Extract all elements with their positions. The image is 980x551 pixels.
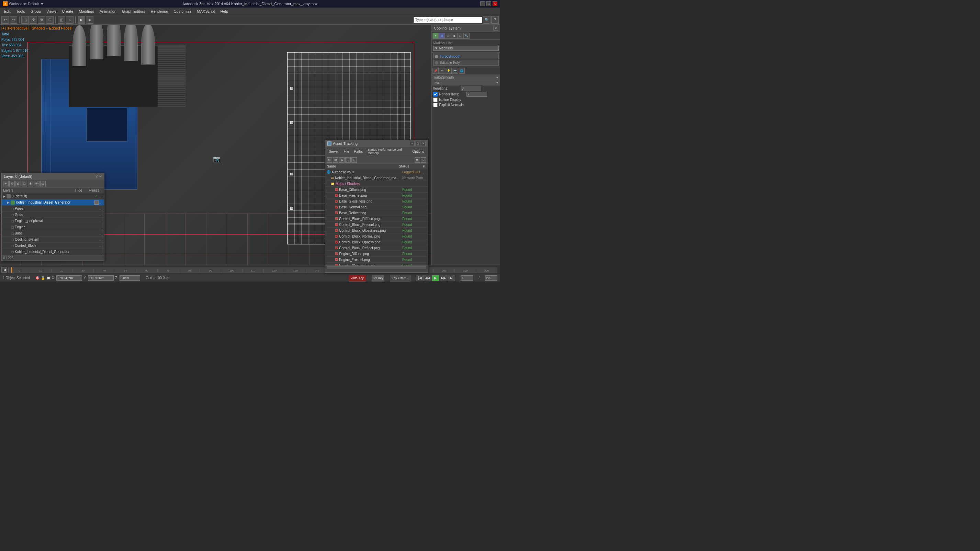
next-key-btn[interactable]: ▶▶ [440, 275, 447, 281]
menu-maxscript[interactable]: MAXScript [194, 9, 218, 14]
ts-render-checkbox[interactable] [433, 92, 438, 97]
layer-row-cooling[interactable]: ◻ Cooling_system ... [2, 237, 104, 243]
menu-views[interactable]: Views [44, 9, 59, 14]
workspace-dropdown[interactable]: ▼ [40, 2, 44, 6]
aw-row-base-glossiness[interactable]: 🖼 Base_Glossiness.png Found [325, 198, 428, 204]
aw-row-base-normal[interactable]: 🖼 Base_Normal.png Found [325, 204, 428, 210]
search-button[interactable]: 🔍 [483, 16, 490, 24]
aw-row-eng-fresnel[interactable]: 🖼 Engine_Fresnel.png Found [325, 257, 428, 263]
coord-x-input[interactable] [56, 275, 82, 281]
close-button[interactable]: ✕ [493, 2, 497, 6]
rp-view-button[interactable]: 👁 [439, 68, 445, 74]
rp-tab-display[interactable]: □ [457, 33, 463, 39]
menu-rendering[interactable]: Rendering [148, 9, 171, 14]
aw-row-kohler-file[interactable]: 🗂 Kohler_Industrial_Diesel_Generator_ma.… [325, 175, 428, 181]
rp-light-button[interactable]: 💡 [445, 68, 452, 74]
layer-row-kohler-sub[interactable]: ◻ Kohler_Industrial_Diesel_Generator ... [2, 249, 104, 255]
modifier-turbosmooth[interactable]: TurboSmooth [433, 54, 499, 59]
aw-minimize[interactable]: − [410, 141, 415, 146]
layer-help-button[interactable]: ? [95, 174, 97, 178]
turbosmooth-rollout-title[interactable]: TurboSmooth ▼ [432, 75, 500, 80]
ts-collapse[interactable]: ▼ [496, 76, 499, 79]
rotate-button[interactable]: ↻ [38, 16, 45, 24]
lw-add-sel[interactable]: ⊕ [16, 181, 21, 186]
rp-tab-utilities[interactable]: 🔧 [463, 33, 469, 39]
ts-render-input[interactable] [466, 92, 487, 97]
aw-row-cb-diffuse[interactable]: 🖼 Control_Block_Diffuse.png Found [325, 216, 428, 222]
layer-row-0[interactable]: ▶ 0 (default) ✓ ... [2, 193, 104, 200]
rp-close-button[interactable]: ✕ [493, 26, 498, 30]
asset-tracking-titlebar[interactable]: Asset Tracking − □ ✕ [325, 140, 428, 147]
select-button[interactable]: ⬚ [21, 16, 29, 24]
render-button[interactable]: ▶ [78, 16, 85, 24]
lw-sel-layer[interactable]: □ [22, 181, 27, 186]
aw-menu-file[interactable]: File [341, 149, 351, 154]
aw-scrollbar[interactable] [327, 267, 426, 269]
move-button[interactable]: ✛ [30, 16, 37, 24]
snap-button[interactable]: ◫ [58, 16, 65, 24]
menu-graph-editors[interactable]: Graph Editors [119, 9, 148, 14]
aw-row-cb-opacity[interactable]: 🖼 Control_Block_Opacity.png Found [325, 239, 428, 245]
ts-iterations-input[interactable] [461, 86, 481, 91]
layer-row-base[interactable]: ◻ Base ... [2, 230, 104, 237]
prev-frame-btn[interactable]: |◀ [416, 275, 423, 281]
redo-button[interactable]: ↪ [10, 16, 17, 24]
play-btn[interactable]: ▶ [432, 275, 439, 281]
undo-button[interactable]: ↩ [2, 16, 9, 24]
aw-row-base-diffuse[interactable]: 🖼 Base_Diffuse.png Found [325, 187, 428, 192]
aw-menu-server[interactable]: Server [327, 149, 341, 154]
aw-tb-4[interactable]: ⊡ [345, 157, 351, 163]
menu-animation[interactable]: Animation [97, 9, 119, 14]
aw-row-cb-normal[interactable]: 🖼 Control_Block_Normal.png Found [325, 233, 428, 239]
aw-row-cb-glossiness[interactable]: 🖼 Control_Block_Glossiness.png Found [325, 228, 428, 233]
layer-row-engine-peripheral[interactable]: ◻ Engine_peripheral ... [2, 218, 104, 224]
aw-row-cb-fresnel[interactable]: 🖼 Control_Block_Fresnel.png Found [325, 222, 428, 228]
maximize-button[interactable]: □ [487, 2, 491, 6]
coord-y-input[interactable] [88, 275, 114, 281]
menu-help[interactable]: Help [218, 9, 231, 14]
layer-row-pipes[interactable]: ◻ Pipes ... [2, 206, 104, 212]
aw-close[interactable]: ✕ [421, 141, 426, 146]
modifier-editable-poly[interactable]: Editable Poly [433, 60, 499, 65]
lw-expand[interactable]: ⊞ [40, 181, 46, 186]
rp-camera-button[interactable]: 📷 [452, 68, 458, 74]
lw-freeze-all[interactable]: ❄ [28, 181, 33, 186]
aw-tb-5[interactable]: ⊟ [352, 157, 357, 163]
modifier-dropdown[interactable]: ▼ Modifiers [433, 46, 499, 51]
frame-input[interactable] [461, 275, 473, 281]
layer-close-button[interactable]: ✕ [99, 174, 102, 178]
menu-tools[interactable]: Tools [13, 9, 28, 14]
key-filters-button[interactable]: Key Filters... [390, 275, 410, 281]
layer-row-grids[interactable]: ◻ Grids ... [2, 212, 104, 218]
aw-row-eng-glossiness[interactable]: 🖼 Engine_Glossiness.png Found [325, 263, 428, 265]
layer-row-control-block[interactable]: ◻ Control_Block ... [2, 243, 104, 249]
prev-key-btn[interactable]: ◀◀ [424, 275, 431, 281]
layer-row-engine[interactable]: ◻ Engine ... [2, 224, 104, 230]
lw-new-layer[interactable]: + [3, 181, 9, 186]
next-frame-btn[interactable]: ▶| [447, 275, 455, 281]
angle-snap-button[interactable]: ⊾ [66, 16, 73, 24]
scale-button[interactable]: ⬡ [46, 16, 54, 24]
material-editor-button[interactable]: ◈ [86, 16, 94, 24]
help-search-button[interactable]: ? [491, 16, 499, 24]
aw-tb-1[interactable]: ⊕ [327, 157, 332, 163]
aw-tb-2[interactable]: ⊞ [333, 157, 338, 163]
aw-row-vault[interactable]: 🌐 Autodesk Vault Logged Out ... [325, 169, 428, 175]
aw-tb-3[interactable]: ◈ [339, 157, 345, 163]
aw-row-base-reflect[interactable]: 🖼 Base_Reflect.png Found [325, 210, 428, 216]
menu-create[interactable]: Create [59, 9, 76, 14]
ts-isoline-checkbox[interactable] [433, 97, 438, 102]
coord-z-input[interactable] [119, 275, 140, 281]
aw-restore[interactable]: □ [415, 141, 420, 146]
ts-explicit-checkbox[interactable] [433, 103, 438, 107]
timeline-start-btn[interactable]: |◀ [2, 267, 7, 273]
menu-group[interactable]: Group [28, 9, 44, 14]
rp-tab-motion[interactable]: ◉ [451, 33, 457, 39]
lw-hide-all[interactable]: 👁 [34, 181, 40, 186]
aw-tb-refresh[interactable]: ↺ [415, 157, 420, 163]
rp-env-button[interactable]: 🌐 [458, 68, 465, 74]
menu-edit[interactable]: Edit [2, 9, 13, 14]
aw-row-cb-reflect[interactable]: 🖼 Control_Block_Reflect.png Found [325, 245, 428, 251]
aw-row-maps-folder[interactable]: 📁 Maps / Shaders [325, 181, 428, 187]
autokey-button[interactable]: Auto Key [348, 275, 366, 281]
